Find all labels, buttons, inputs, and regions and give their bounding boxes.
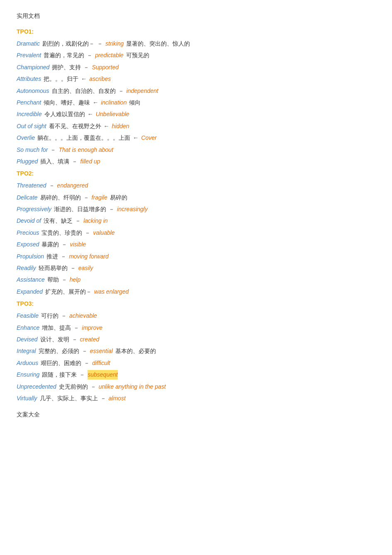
vocab-word: Delicate <box>17 193 38 202</box>
vocab-chinese: 令人难以置信的 <box>44 110 85 119</box>
vocab-synonym: ascribes <box>89 74 111 83</box>
section-tpo3: TPO3:Feasible可行的 － achievableEnhance增加、提… <box>17 300 375 403</box>
vocab-row: Readily轻而易举的 － easily <box>17 263 375 273</box>
vocab-word: Readily <box>17 263 36 273</box>
vocab-row: Penchant倾向、嗜好、趣味 ← inclination倾向 <box>17 98 375 107</box>
vocab-separator: － <box>82 346 88 355</box>
vocab-synonym: lacking in <box>83 216 107 225</box>
vocab-synonym: essential <box>90 346 113 355</box>
vocab-separator: － <box>97 39 103 48</box>
vocab-row: Delicate易碎的、纤弱的 － fragile易碎的 <box>17 193 375 202</box>
vocab-word: Devoid of <box>17 216 41 225</box>
vocab-synonym: fragile <box>92 193 107 202</box>
vocab-synonym-zh: 易碎的 <box>110 193 127 202</box>
vocab-synonym: help <box>70 275 80 284</box>
vocab-word: Feasible <box>17 311 39 320</box>
vocab-synonym: visible <box>70 240 86 249</box>
vocab-synonym: was enlarged <box>94 287 129 296</box>
vocab-separator: － <box>73 323 79 332</box>
vocab-separator: － <box>87 51 93 60</box>
vocab-synonym: Supported <box>92 63 119 72</box>
vocab-synonym: hidden <box>112 122 129 131</box>
footer-title: 文案大全 <box>17 411 375 419</box>
vocab-separator: ← <box>93 98 98 107</box>
vocab-chinese: 轻而易举的 <box>39 263 68 273</box>
vocab-chinese: 倾向、嗜好、趣味 <box>44 98 90 107</box>
vocab-word: Threatened <box>17 181 46 190</box>
vocab-chinese: 宝贵的、珍贵的 <box>41 228 82 237</box>
vocab-word: Plugged <box>17 157 38 166</box>
vocab-synonym-zh: 倾向 <box>129 98 141 107</box>
vocab-word: Progressively <box>17 204 51 214</box>
vocab-synonym: filled up <box>80 157 100 166</box>
vocab-synonym: That is enough about <box>58 145 113 154</box>
vocab-row: Dramatic剧烈的，戏剧化的－ － striking显著的、突出的、惊人的 <box>17 39 375 48</box>
vocab-synonym-zh: 显著的、突出的、惊人的 <box>126 39 190 48</box>
vocab-separator: － <box>72 335 78 344</box>
vocab-synonym: difficult <box>92 358 110 368</box>
vocab-chinese: 躺在。。。上面，覆盖在。。。上面 <box>37 133 130 142</box>
vocab-synonym: valuable <box>93 228 114 237</box>
vocab-chinese: 拥护、支持 <box>52 63 81 72</box>
vocab-separator: ← <box>104 122 110 131</box>
vocab-separator: － <box>100 394 106 403</box>
vocab-chinese: 插入、填满 <box>40 157 69 166</box>
vocab-chinese: 渐进的、日益增多的 <box>54 204 106 214</box>
vocab-synonym: easily <box>78 263 93 273</box>
vocab-synonym: Cover <box>141 133 156 142</box>
vocab-separator: － <box>72 157 78 166</box>
vocab-word: Exposed <box>17 240 39 249</box>
vocab-row: Propulsion推进 － moving forward <box>17 252 375 261</box>
vocab-synonym: predictable <box>95 51 124 60</box>
vocab-chinese: 把。。。归于 <box>44 74 78 83</box>
vocab-row: Exposed暴露的 － visible <box>17 240 375 249</box>
vocab-chinese: 增加、提高 <box>42 323 71 332</box>
doc-title: 实用文档 <box>17 12 375 20</box>
vocab-separator: － <box>61 252 66 261</box>
vocab-chinese: 普遍的，常见的 <box>44 51 84 60</box>
vocab-synonym: improve <box>82 323 102 332</box>
vocab-row: Integral完整的、必须的 － essential基本的、必要的 <box>17 346 375 355</box>
vocab-chinese: 没有、缺乏 <box>44 216 73 225</box>
vocab-separator: － <box>85 228 90 237</box>
vocab-word: Propulsion <box>17 252 44 261</box>
vocab-synonym: achievable <box>69 311 97 320</box>
vocab-chinese: 扩充的、展开的－ <box>45 287 92 296</box>
vocab-chinese: 设计、发明 <box>40 335 69 344</box>
vocab-separator: － <box>109 204 114 214</box>
vocab-row: Precious宝贵的、珍贵的 － valuable <box>17 228 375 237</box>
vocab-synonym: Unbelievable <box>96 110 129 119</box>
vocab-chinese: 史无前例的 <box>59 382 88 391</box>
vocab-chinese: 可行的 <box>41 311 58 320</box>
vocab-separator: － <box>61 240 67 249</box>
vocab-word: Dramatic <box>17 39 40 48</box>
vocab-word: Precious <box>17 228 39 237</box>
vocab-word: Overlie <box>17 133 35 142</box>
section-title-tpo2: TPO2: <box>17 170 375 177</box>
vocab-separator: ← <box>81 74 87 83</box>
vocab-synonym: increasingly <box>117 204 148 214</box>
vocab-chinese: 暴露的 <box>41 240 59 249</box>
vocab-separator: － <box>49 181 55 190</box>
vocab-separator: － <box>83 193 89 202</box>
vocab-synonym: unlike anything in the past <box>99 382 166 391</box>
vocab-separator: － <box>84 358 90 368</box>
vocab-row: Feasible可行的 － achievable <box>17 311 375 320</box>
vocab-separator: ← <box>88 110 93 119</box>
vocab-chinese: 自主的、自治的、自发的 <box>52 86 116 95</box>
vocab-word: Arduous <box>17 358 38 368</box>
vocab-synonym: independent <box>127 86 158 95</box>
vocab-row: Prevalent普遍的，常见的 － predictable可预见的 <box>17 51 375 60</box>
vocab-row: So much for － That is enough about <box>17 145 375 154</box>
vocab-chinese: 完整的、必须的 <box>39 346 79 355</box>
vocab-row: Incredible令人难以置信的 ← Unbelievable <box>17 110 375 119</box>
section-tpo1: TPO1:Dramatic剧烈的，戏剧化的－ － striking显著的、突出的… <box>17 28 375 166</box>
vocab-chinese: 剧烈的，戏剧化的－ <box>42 39 95 48</box>
vocab-synonym: endangered <box>57 181 88 190</box>
vocab-word: Autonomous <box>17 86 49 95</box>
vocab-separator: ← <box>133 133 139 142</box>
vocab-synonym: inclination <box>101 98 127 107</box>
vocab-row: Virtually几乎、实际上、事实上 － almost <box>17 394 375 403</box>
vocab-row: Devoid of没有、缺乏 － lacking in <box>17 216 375 225</box>
vocab-chinese: 帮助 <box>47 275 59 284</box>
